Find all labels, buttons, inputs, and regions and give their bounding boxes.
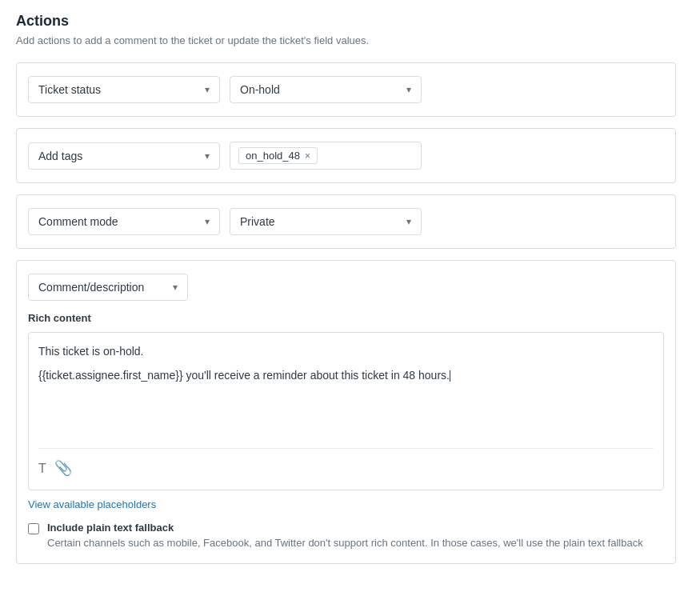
comment-mode-dropdown[interactable]: Comment mode ▾: [28, 208, 220, 235]
plain-text-fallback-checkbox[interactable]: [28, 523, 39, 534]
tag-label: on_hold_48: [246, 150, 300, 162]
add-tags-dropdown[interactable]: Add tags ▾: [28, 142, 220, 170]
text-format-icon[interactable]: T: [38, 458, 46, 479]
tags-input-container[interactable]: on_hold_48 ×: [230, 142, 422, 170]
rich-text-toolbar: T 📎: [38, 448, 654, 480]
ticket-status-row: Ticket status ▾ On-hold ▾: [16, 62, 676, 117]
comment-description-label: Comment/description: [38, 281, 144, 294]
plain-text-fallback-content: Include plain text fallback Certain chan…: [47, 522, 643, 551]
on-hold-dropdown[interactable]: On-hold ▾: [230, 76, 422, 103]
rich-content-label: Rich content: [28, 312, 664, 324]
add-tags-row: Add tags ▾ on_hold_48 ×: [16, 128, 676, 183]
view-placeholders-link[interactable]: View available placeholders: [28, 498, 156, 510]
text-cursor: [450, 370, 450, 382]
comment-mode-chevron-icon: ▾: [205, 216, 210, 227]
plain-text-fallback-row: Include plain text fallback Certain chan…: [28, 522, 664, 551]
tag-on-hold-48: on_hold_48 ×: [238, 147, 318, 164]
ticket-status-label: Ticket status: [38, 83, 101, 96]
comment-description-dropdown[interactable]: Comment/description ▾: [28, 274, 188, 301]
comment-description-chevron-icon: ▾: [173, 282, 178, 293]
plain-text-fallback-label: Include plain text fallback: [47, 522, 643, 534]
add-tags-chevron-icon: ▾: [205, 150, 210, 162]
plain-text-fallback-description: Certain channels such as mobile, Faceboo…: [47, 535, 643, 551]
page-subtitle: Add actions to add a comment to the tick…: [16, 34, 676, 46]
attachment-icon[interactable]: 📎: [54, 457, 72, 480]
rich-text-content: This ticket is on-hold. {{ticket.assigne…: [38, 342, 654, 438]
comment-description-section: Comment/description ▾ Rich content This …: [16, 260, 676, 564]
text-line-2: {{ticket.assignee.first_name}} you'll re…: [38, 366, 654, 384]
text-line-2-content: {{ticket.assignee.first_name}} you'll re…: [38, 369, 450, 382]
rich-text-editor[interactable]: This ticket is on-hold. {{ticket.assigne…: [28, 332, 664, 490]
comment-mode-row: Comment mode ▾ Private ▾: [16, 194, 676, 249]
add-tags-label: Add tags: [38, 150, 82, 162]
on-hold-label: On-hold: [240, 83, 280, 96]
private-label: Private: [240, 215, 275, 228]
page-title: Actions: [16, 13, 676, 30]
text-line-1: This ticket is on-hold.: [38, 342, 654, 360]
comment-mode-label: Comment mode: [38, 215, 118, 228]
private-dropdown[interactable]: Private ▾: [230, 208, 422, 235]
ticket-status-dropdown[interactable]: Ticket status ▾: [28, 76, 220, 103]
ticket-status-chevron-icon: ▾: [205, 84, 210, 95]
private-chevron-icon: ▾: [406, 216, 411, 227]
on-hold-chevron-icon: ▾: [406, 84, 411, 95]
tag-remove-button[interactable]: ×: [305, 151, 310, 161]
